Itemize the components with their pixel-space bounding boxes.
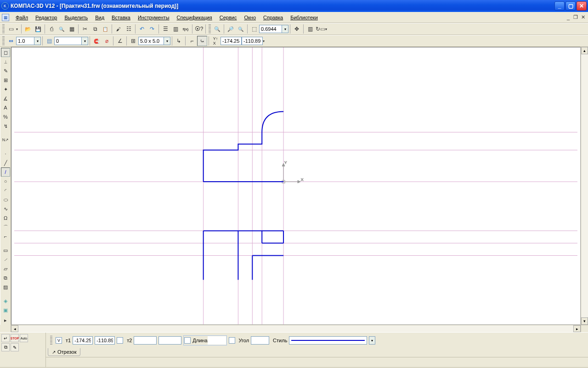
assoc-tool-button[interactable]: ◈	[1, 296, 10, 305]
mdi-close-button[interactable]: ✕	[580, 14, 586, 21]
enter-button[interactable]: ↵	[1, 334, 10, 342]
cut-button[interactable]	[80, 24, 90, 34]
paste-button[interactable]	[100, 24, 110, 34]
angle-snap-button[interactable]: ∠	[115, 36, 125, 46]
grid-button[interactable]	[128, 36, 138, 46]
segment-tab[interactable]: ↗ Отрезок	[48, 348, 80, 356]
arc-tool-button[interactable]: ◜	[1, 186, 10, 195]
zoom-window-button[interactable]: ⬚	[249, 24, 259, 34]
t2-x-input[interactable]	[134, 336, 157, 345]
erase-snap-button[interactable]: ⌀	[102, 36, 112, 46]
properties-button[interactable]	[124, 24, 134, 34]
t1-lock-checkbox[interactable]: V	[56, 337, 62, 344]
step-combo[interactable]: ▾	[16, 37, 41, 45]
new-button[interactable]	[6, 24, 16, 34]
zoom-input[interactable]	[259, 25, 282, 33]
params-panel-button[interactable]: ∡	[1, 94, 10, 103]
menu-window[interactable]: Окно	[240, 13, 260, 22]
snap-button[interactable]	[91, 36, 102, 46]
scroll-left-button[interactable]: ◂	[11, 325, 18, 332]
rough-panel-button[interactable]: %	[1, 112, 10, 121]
construct-panel-button[interactable]: ⊞	[1, 75, 10, 85]
coord-dropdown[interactable]: ▾	[263, 39, 266, 43]
local-cs-button[interactable]: ↳	[174, 36, 184, 46]
drawing-canvas[interactable]: X Y	[11, 47, 581, 325]
grid-combo[interactable]: ▾	[138, 37, 170, 45]
zoom-in-button[interactable]	[226, 24, 236, 34]
length-lock-checkbox[interactable]	[184, 337, 191, 344]
contour-tool-button[interactable]: ▱	[1, 264, 10, 273]
menu-select[interactable]: Выделить	[61, 13, 91, 22]
grid-input[interactable]	[138, 37, 164, 45]
nav-panel-button[interactable]: N↗	[1, 135, 10, 144]
mdi-minimize-button[interactable]: _	[565, 14, 571, 21]
segment-tool-button[interactable]: /	[1, 167, 10, 177]
menu-view[interactable]: Вид	[91, 13, 108, 22]
redo-button[interactable]	[147, 24, 157, 34]
pan-button[interactable]	[292, 24, 302, 34]
scroll-right-button[interactable]: ▸	[573, 325, 581, 332]
region-tool-button[interactable]: ▣	[1, 305, 10, 315]
expand-button[interactable]: ▸	[1, 316, 10, 325]
length-input[interactable]	[208, 336, 226, 345]
layer-combo[interactable]: ▾	[54, 37, 88, 45]
equidistant-tool-button[interactable]: ⧉	[1, 273, 10, 282]
edit-panel-button[interactable]: ✦	[1, 85, 10, 94]
copy-props-button[interactable]: ⧉	[1, 343, 10, 351]
grip-icon[interactable]	[2, 24, 5, 34]
dimensions-panel-button[interactable]: ⟂	[1, 57, 10, 66]
help-context-button[interactable]: ⦿?	[194, 24, 204, 34]
t1-y-input[interactable]	[95, 336, 115, 345]
maximize-button[interactable]: ▢	[565, 1, 576, 11]
t2-y-input[interactable]	[158, 336, 181, 345]
menu-help[interactable]: Справка	[260, 13, 287, 22]
scroll-up-button[interactable]: ▴	[581, 47, 588, 54]
round-button[interactable]: ⤿	[197, 36, 207, 46]
copy-button[interactable]	[90, 24, 100, 34]
format-painter-button[interactable]	[113, 24, 124, 34]
menu-tools[interactable]: Инструменты	[134, 13, 173, 22]
open-button[interactable]	[23, 24, 33, 34]
step-input[interactable]	[16, 37, 34, 45]
close-button[interactable]: ✕	[577, 1, 587, 11]
point-tool-button[interactable]: ·	[1, 149, 10, 158]
spline-tool-button[interactable]: ∿	[1, 204, 10, 213]
save-button[interactable]	[33, 24, 43, 34]
zoom-combo[interactable]: ▾	[259, 25, 288, 33]
chevron-down-icon[interactable]: ▾	[34, 37, 41, 45]
remember-button[interactable]: ✎	[11, 343, 19, 351]
refresh-button[interactable]: ↻▭	[315, 24, 325, 34]
t2-lock-checkbox[interactable]	[117, 337, 123, 344]
style-dropdown-button[interactable]: ▾	[369, 336, 375, 345]
scroll-down-button[interactable]: ▾	[581, 317, 588, 325]
misc-panel-button[interactable]: ↯	[1, 121, 10, 131]
variables-button[interactable]	[181, 24, 191, 34]
bezier-tool-button[interactable]: Ω	[1, 213, 10, 223]
ortho-button[interactable]	[187, 36, 197, 46]
horizontal-scrollbar[interactable]: ◂ ▸	[11, 325, 581, 332]
print-layout-button[interactable]: ▦	[67, 24, 77, 34]
manager-button[interactable]: ☰	[160, 24, 170, 34]
print-preview-button[interactable]	[57, 24, 67, 34]
rect-tool-button[interactable]: ▭	[1, 246, 10, 255]
view-dropdown[interactable]: ▾	[325, 27, 329, 31]
print-button[interactable]	[46, 24, 57, 34]
chevron-down-icon[interactable]: ▾	[82, 37, 88, 45]
zoom-out-button[interactable]	[236, 24, 246, 34]
menu-file[interactable]: Файл	[12, 13, 32, 22]
fillet-tool-button[interactable]: ⌒	[1, 223, 10, 232]
layer-button[interactable]	[44, 36, 54, 46]
grip-icon[interactable]	[2, 36, 5, 46]
t1-x-input[interactable]	[73, 336, 93, 345]
menu-editor[interactable]: Редактор	[32, 13, 61, 22]
mdi-restore-button[interactable]: ❐	[572, 14, 579, 21]
library-button[interactable]: ▥	[170, 24, 181, 34]
text-panel-button[interactable]: A	[1, 103, 10, 112]
chevron-down-icon[interactable]: ▾	[282, 25, 288, 33]
grip-icon[interactable]	[209, 24, 211, 34]
ellipse-tool-button[interactable]: ⬭	[1, 195, 10, 204]
polyline-tool-button[interactable]: ⟋	[1, 255, 10, 264]
angle-lock-checkbox[interactable]	[229, 337, 235, 344]
geometry-panel-button[interactable]: ◻	[1, 48, 10, 57]
auto-button[interactable]: Auto	[20, 334, 28, 342]
